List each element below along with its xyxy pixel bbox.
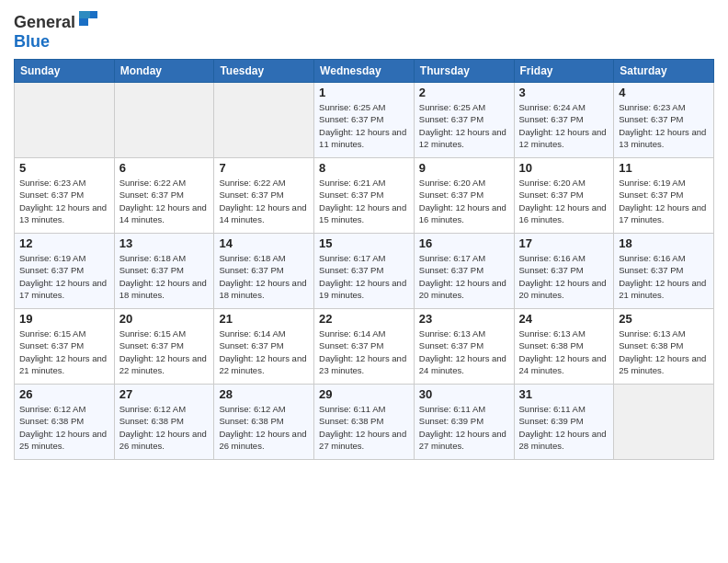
calendar-cell: 8Sunrise: 6:21 AMSunset: 6:37 PMDaylight… bbox=[314, 158, 415, 234]
calendar-cell: 17Sunrise: 6:16 AMSunset: 6:37 PMDayligh… bbox=[514, 234, 614, 309]
day-info: Sunrise: 6:18 AMSunset: 6:37 PMDaylight:… bbox=[119, 252, 210, 301]
day-number: 6 bbox=[119, 161, 210, 175]
day-number: 28 bbox=[219, 387, 309, 401]
page-header: General Blue bbox=[14, 9, 714, 52]
calendar-cell: 29Sunrise: 6:11 AMSunset: 6:38 PMDayligh… bbox=[314, 385, 415, 460]
weekday-header-sunday: Sunday bbox=[15, 60, 115, 83]
calendar-cell: 7Sunrise: 6:22 AMSunset: 6:37 PMDaylight… bbox=[214, 158, 314, 234]
weekday-header-saturday: Saturday bbox=[614, 60, 714, 83]
calendar-cell: 25Sunrise: 6:13 AMSunset: 6:38 PMDayligh… bbox=[614, 309, 714, 385]
day-info: Sunrise: 6:20 AMSunset: 6:37 PMDaylight:… bbox=[419, 177, 509, 225]
calendar-cell: 22Sunrise: 6:14 AMSunset: 6:37 PMDayligh… bbox=[314, 309, 415, 385]
calendar-cell: 31Sunrise: 6:11 AMSunset: 6:39 PMDayligh… bbox=[514, 385, 614, 460]
day-info: Sunrise: 6:12 AMSunset: 6:38 PMDaylight:… bbox=[19, 403, 109, 452]
day-info: Sunrise: 6:13 AMSunset: 6:37 PMDaylight:… bbox=[419, 327, 509, 376]
day-info: Sunrise: 6:23 AMSunset: 6:37 PMDaylight:… bbox=[19, 177, 109, 225]
calendar-week-3: 12Sunrise: 6:19 AMSunset: 6:37 PMDayligh… bbox=[15, 234, 714, 309]
calendar-cell: 19Sunrise: 6:15 AMSunset: 6:37 PMDayligh… bbox=[15, 309, 115, 385]
calendar-cell: 11Sunrise: 6:19 AMSunset: 6:37 PMDayligh… bbox=[614, 158, 714, 234]
calendar-cell: 21Sunrise: 6:14 AMSunset: 6:37 PMDayligh… bbox=[214, 309, 314, 385]
calendar-cell: 28Sunrise: 6:12 AMSunset: 6:38 PMDayligh… bbox=[214, 385, 314, 460]
day-number: 10 bbox=[519, 161, 609, 175]
day-info: Sunrise: 6:22 AMSunset: 6:37 PMDaylight:… bbox=[219, 177, 309, 225]
logo-text: General Blue bbox=[14, 9, 99, 52]
day-number: 29 bbox=[319, 387, 409, 401]
calendar-cell: 16Sunrise: 6:17 AMSunset: 6:37 PMDayligh… bbox=[414, 234, 514, 309]
day-number: 9 bbox=[419, 161, 509, 175]
calendar-week-2: 5Sunrise: 6:23 AMSunset: 6:37 PMDaylight… bbox=[15, 158, 714, 234]
calendar-week-4: 19Sunrise: 6:15 AMSunset: 6:37 PMDayligh… bbox=[15, 309, 714, 385]
calendar-cell bbox=[214, 83, 314, 158]
calendar-cell: 14Sunrise: 6:18 AMSunset: 6:37 PMDayligh… bbox=[214, 234, 314, 309]
weekday-header-wednesday: Wednesday bbox=[314, 60, 415, 83]
calendar-cell: 30Sunrise: 6:11 AMSunset: 6:39 PMDayligh… bbox=[414, 385, 514, 460]
calendar-cell: 27Sunrise: 6:12 AMSunset: 6:38 PMDayligh… bbox=[114, 385, 214, 460]
day-info: Sunrise: 6:19 AMSunset: 6:37 PMDaylight:… bbox=[619, 177, 709, 225]
day-info: Sunrise: 6:20 AMSunset: 6:37 PMDaylight:… bbox=[519, 177, 609, 225]
day-info: Sunrise: 6:22 AMSunset: 6:37 PMDaylight:… bbox=[119, 177, 210, 225]
day-number: 12 bbox=[19, 236, 109, 250]
calendar-cell: 9Sunrise: 6:20 AMSunset: 6:37 PMDaylight… bbox=[414, 158, 514, 234]
day-info: Sunrise: 6:18 AMSunset: 6:37 PMDaylight:… bbox=[219, 252, 309, 301]
calendar-page: General Blue SundayMondayTuesdayWednesda… bbox=[0, 0, 728, 563]
day-info: Sunrise: 6:21 AMSunset: 6:37 PMDaylight:… bbox=[319, 177, 409, 225]
weekday-header-tuesday: Tuesday bbox=[214, 60, 314, 83]
day-info: Sunrise: 6:17 AMSunset: 6:37 PMDaylight:… bbox=[319, 252, 409, 301]
day-info: Sunrise: 6:11 AMSunset: 6:39 PMDaylight:… bbox=[419, 403, 509, 452]
day-number: 5 bbox=[19, 161, 109, 175]
day-info: Sunrise: 6:11 AMSunset: 6:38 PMDaylight:… bbox=[319, 403, 409, 452]
calendar-cell bbox=[114, 83, 214, 158]
weekday-header-friday: Friday bbox=[514, 60, 614, 83]
day-info: Sunrise: 6:12 AMSunset: 6:38 PMDaylight:… bbox=[119, 403, 210, 452]
weekday-header-thursday: Thursday bbox=[414, 60, 514, 83]
calendar-cell: 13Sunrise: 6:18 AMSunset: 6:37 PMDayligh… bbox=[114, 234, 214, 309]
day-number: 27 bbox=[119, 387, 210, 401]
day-info: Sunrise: 6:17 AMSunset: 6:37 PMDaylight:… bbox=[419, 252, 509, 301]
day-number: 4 bbox=[619, 86, 709, 99]
calendar-cell: 15Sunrise: 6:17 AMSunset: 6:37 PMDayligh… bbox=[314, 234, 415, 309]
calendar-cell: 6Sunrise: 6:22 AMSunset: 6:37 PMDaylight… bbox=[114, 158, 214, 234]
day-info: Sunrise: 6:15 AMSunset: 6:37 PMDaylight:… bbox=[19, 327, 109, 376]
day-info: Sunrise: 6:23 AMSunset: 6:37 PMDaylight:… bbox=[619, 101, 709, 150]
day-info: Sunrise: 6:14 AMSunset: 6:37 PMDaylight:… bbox=[319, 327, 409, 376]
day-number: 11 bbox=[619, 161, 709, 175]
day-number: 22 bbox=[319, 312, 409, 326]
calendar-header-row: SundayMondayTuesdayWednesdayThursdayFrid… bbox=[15, 60, 714, 83]
calendar-week-1: 1Sunrise: 6:25 AMSunset: 6:37 PMDaylight… bbox=[15, 83, 714, 158]
calendar-cell: 2Sunrise: 6:25 AMSunset: 6:37 PMDaylight… bbox=[414, 83, 514, 158]
calendar-cell: 3Sunrise: 6:24 AMSunset: 6:37 PMDaylight… bbox=[514, 83, 614, 158]
day-info: Sunrise: 6:14 AMSunset: 6:37 PMDaylight:… bbox=[219, 327, 309, 376]
day-number: 1 bbox=[319, 86, 409, 99]
calendar-week-5: 26Sunrise: 6:12 AMSunset: 6:38 PMDayligh… bbox=[15, 385, 714, 460]
calendar-cell: 5Sunrise: 6:23 AMSunset: 6:37 PMDaylight… bbox=[15, 158, 115, 234]
calendar-cell bbox=[614, 385, 714, 460]
day-info: Sunrise: 6:25 AMSunset: 6:37 PMDaylight:… bbox=[319, 101, 409, 150]
calendar-cell: 20Sunrise: 6:15 AMSunset: 6:37 PMDayligh… bbox=[114, 309, 214, 385]
day-number: 18 bbox=[619, 236, 709, 250]
day-number: 26 bbox=[19, 387, 109, 401]
day-number: 15 bbox=[319, 236, 409, 250]
day-info: Sunrise: 6:13 AMSunset: 6:38 PMDaylight:… bbox=[519, 327, 609, 376]
day-number: 20 bbox=[119, 312, 210, 326]
day-number: 14 bbox=[219, 236, 309, 250]
day-number: 8 bbox=[319, 161, 409, 175]
day-number: 21 bbox=[219, 312, 309, 326]
day-info: Sunrise: 6:24 AMSunset: 6:37 PMDaylight:… bbox=[519, 101, 609, 150]
logo-flag-icon bbox=[77, 9, 99, 28]
weekday-header-monday: Monday bbox=[114, 60, 214, 83]
day-info: Sunrise: 6:13 AMSunset: 6:38 PMDaylight:… bbox=[619, 327, 709, 376]
day-number: 23 bbox=[419, 312, 509, 326]
day-number: 19 bbox=[19, 312, 109, 326]
day-info: Sunrise: 6:16 AMSunset: 6:37 PMDaylight:… bbox=[519, 252, 609, 301]
day-number: 16 bbox=[419, 236, 509, 250]
calendar-cell: 12Sunrise: 6:19 AMSunset: 6:37 PMDayligh… bbox=[15, 234, 115, 309]
day-number: 13 bbox=[119, 236, 210, 250]
day-info: Sunrise: 6:25 AMSunset: 6:37 PMDaylight:… bbox=[419, 101, 509, 150]
calendar-cell bbox=[15, 83, 115, 158]
calendar-table: SundayMondayTuesdayWednesdayThursdayFrid… bbox=[14, 59, 714, 460]
calendar-cell: 18Sunrise: 6:16 AMSunset: 6:37 PMDayligh… bbox=[614, 234, 714, 309]
day-info: Sunrise: 6:11 AMSunset: 6:39 PMDaylight:… bbox=[519, 403, 609, 452]
day-number: 17 bbox=[519, 236, 609, 250]
calendar-cell: 24Sunrise: 6:13 AMSunset: 6:38 PMDayligh… bbox=[514, 309, 614, 385]
day-info: Sunrise: 6:15 AMSunset: 6:37 PMDaylight:… bbox=[119, 327, 210, 376]
